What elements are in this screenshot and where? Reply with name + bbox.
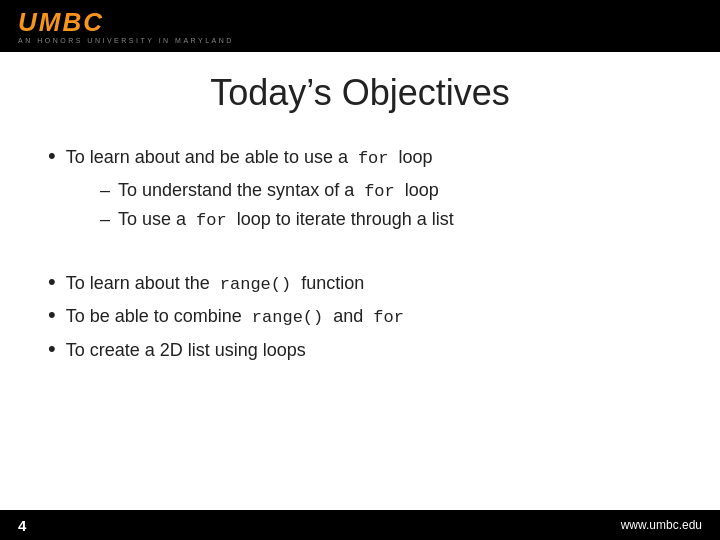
sub-bullet-2: – To use a for loop to iterate through a…: [48, 205, 672, 234]
bullet-3-text: To be able to combine range() and for: [66, 303, 404, 331]
bullet-item-3: • To be able to combine range() and for: [48, 301, 672, 331]
umbc-subtitle: AN HONORS UNIVERSITY IN MARYLAND: [18, 37, 234, 44]
sub-dash-2: –: [100, 205, 110, 234]
bullet-item-4: • To create a 2D list using loops: [48, 335, 672, 364]
logo-area: UMBC AN HONORS UNIVERSITY IN MARYLAND: [18, 9, 234, 44]
bullet-2-text: To learn about the range() function: [66, 270, 365, 298]
code-for-2: for: [364, 182, 395, 201]
umbc-logo: UMBC: [18, 9, 234, 35]
spacer: [48, 252, 672, 268]
footer-bar: 4 www.umbc.edu: [0, 510, 720, 540]
bullet-section-1: • To learn about and be able to use a fo…: [48, 142, 672, 234]
sub-bullet-1: – To understand the syntax of a for loop: [48, 176, 672, 205]
code-for-1: for: [358, 149, 389, 168]
bullet-dot-2: •: [48, 268, 56, 297]
code-range-2: range(): [252, 308, 323, 327]
bullet-dot-3: •: [48, 301, 56, 330]
code-for-3: for: [196, 211, 227, 230]
bullet-1-text: To learn about and be able to use a for …: [66, 144, 433, 172]
footer-url: www.umbc.edu: [621, 518, 702, 532]
bullet-dot-1: •: [48, 142, 56, 171]
sub-bullet-1-text: To understand the syntax of a for loop: [118, 176, 439, 205]
bullet-dot-4: •: [48, 335, 56, 364]
page-number: 4: [18, 517, 26, 534]
sub-dash-1: –: [100, 176, 110, 205]
code-for-4: for: [373, 308, 404, 327]
slide-title: Today’s Objectives: [48, 72, 672, 114]
code-range-1: range(): [220, 275, 291, 294]
header-bar: UMBC AN HONORS UNIVERSITY IN MARYLAND: [0, 0, 720, 52]
slide-content: Today’s Objectives • To learn about and …: [0, 52, 720, 388]
sub-bullet-2-text: To use a for loop to iterate through a l…: [118, 205, 454, 234]
bullet-4-text: To create a 2D list using loops: [66, 337, 306, 364]
bullet-item-1: • To learn about and be able to use a fo…: [48, 142, 672, 172]
bullet-item-2: • To learn about the range() function: [48, 268, 672, 298]
